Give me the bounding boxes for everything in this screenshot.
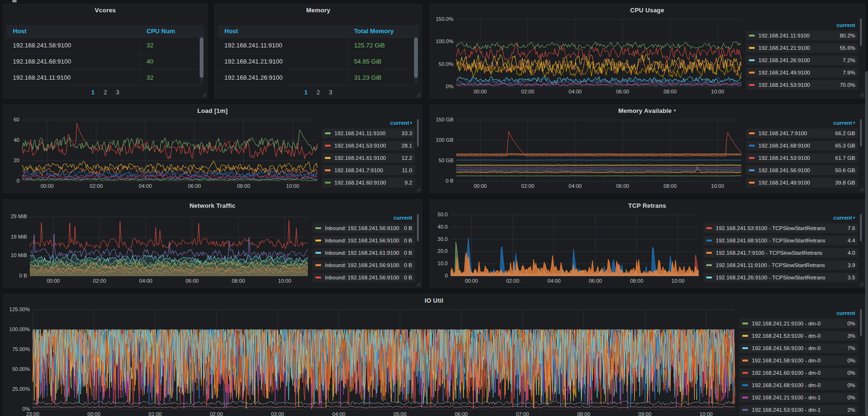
panel-title[interactable]: Network Traffic xyxy=(3,200,422,211)
legend-item[interactable]: 192.168.241.53:9100 - dm-12% xyxy=(739,405,858,415)
legend-item[interactable]: 192.168.241.49:910039.8 GB xyxy=(746,178,858,187)
page-button-1[interactable]: 1 xyxy=(305,89,308,96)
page-button-2[interactable]: 2 xyxy=(104,89,107,96)
legend-item[interactable]: 192.168.241.11:9100 - TCPSlowStartRetran… xyxy=(703,260,858,270)
legend-item[interactable]: Inbound: 192.168.241.56:91000 B xyxy=(313,223,415,233)
y-axis-label: 100.0% xyxy=(436,38,453,44)
legend-current-header[interactable]: current xyxy=(313,213,415,222)
x-axis-label: 08:00 xyxy=(659,89,682,94)
page-scrollbar[interactable] xyxy=(865,71,868,416)
legend-item[interactable]: Inbound: 192.168.241.56:91000 B xyxy=(313,273,415,282)
legend-item[interactable]: Inbound: 192.168.241.61:91000 B xyxy=(313,248,415,258)
chart-plot-region[interactable]: 0%50.0%100.0%150.0%00:0002:0004:0006:000… xyxy=(432,16,745,96)
legend-item[interactable]: 192.168.241.11:910033.3 xyxy=(322,129,415,138)
legend-item[interactable]: 192.168.241.11:910080.2% xyxy=(746,31,858,40)
table-row[interactable]: 192.168.241.21:910054.85 GiB xyxy=(218,54,419,70)
column-header-host[interactable]: Host xyxy=(6,28,139,35)
page-button-2[interactable]: 2 xyxy=(317,89,320,96)
page-button-3[interactable]: 3 xyxy=(116,89,119,96)
legend-item[interactable]: 192.168.241.68:9100 - dm-00% xyxy=(739,380,858,390)
legend-item[interactable]: 192.168.241.60:91009.2 xyxy=(322,178,415,187)
table-scrollbar-thumb[interactable] xyxy=(200,37,203,78)
legend-item[interactable]: 192.168.241.7:910066.2 GB xyxy=(746,129,858,138)
legend-current-header[interactable]: current▾ xyxy=(703,213,858,222)
table-column-divider xyxy=(140,25,140,85)
y-axis-label: 50.0% xyxy=(439,61,453,67)
page-button-1[interactable]: 1 xyxy=(92,89,95,96)
panel-title[interactable]: Load [1m] xyxy=(3,105,422,116)
legend-scrollbar[interactable] xyxy=(860,119,862,147)
legend-item[interactable]: 192.168.241.56:9100 - dm-07% xyxy=(739,343,858,353)
chart-plot-region[interactable]: 020406000:0002:0004:0006:0008:0010:00 xyxy=(5,116,321,191)
legend-item[interactable]: 192.168.241.7:9100 - TCPSlowStartRetrans… xyxy=(703,248,858,258)
panel-title[interactable]: Memory Available▾ xyxy=(430,105,865,116)
legend-item[interactable]: 192.168.241.58:9100 - dm-00% xyxy=(739,356,858,365)
column-header-value[interactable]: CPU Num xyxy=(139,28,204,35)
legend-item[interactable]: 192.168.241.7:910011.0 xyxy=(322,166,415,175)
legend-item[interactable]: 192.168.241.53:9100 - TCPSlowStartRetran… xyxy=(703,223,858,233)
chart-plot-region[interactable]: 0%25.00%50.00%75.00%100.00%125.00%23:000… xyxy=(5,306,739,416)
legend-item[interactable]: 192.168.241.21:910055.6% xyxy=(746,43,858,53)
series-name: 192.168.241.26:9100 xyxy=(758,57,838,63)
series-line xyxy=(456,44,741,60)
legend-item[interactable]: 192.168.241.56:910050.6 GB xyxy=(746,166,858,175)
table-row[interactable]: 192.168.241.26:910031.23 GiB xyxy=(218,70,419,86)
panel-title[interactable]: CPU Usage xyxy=(430,4,865,16)
legend-current-header[interactable]: current xyxy=(739,309,858,317)
legend-item[interactable]: 192.168.241.49:91007.9% xyxy=(746,68,858,77)
chart-canvas[interactable] xyxy=(432,211,702,286)
legend-scrollbar[interactable] xyxy=(860,214,862,241)
chart-plot-region[interactable]: 0 B10 MiB19 MiB29 MiB00:0002:0004:0006:0… xyxy=(5,211,312,286)
panel-vcores: VcoresHostCPU Num192.168.241.58:91003219… xyxy=(3,4,208,99)
legend-current-header[interactable]: current▾ xyxy=(322,119,415,127)
panel-content: 0 B10 MiB19 MiB29 MiB00:0002:0004:0006:0… xyxy=(5,211,420,286)
panel-title[interactable]: Memory xyxy=(215,4,422,16)
table-scrollbar-thumb[interactable] xyxy=(414,37,418,78)
legend-item[interactable]: Inbound: 192.168.241.56:91000 B xyxy=(313,260,415,270)
legend-item[interactable]: 192.168.241.53:910070.0% xyxy=(746,80,858,90)
table-row[interactable]: 192.168.241.68:910040 xyxy=(6,54,204,70)
legend-item[interactable]: 192.168.241.53:910028.1 xyxy=(322,141,415,150)
page-button-3[interactable]: 3 xyxy=(329,89,332,96)
legend-item[interactable]: 192.168.241.53:910061.7 GB xyxy=(746,153,858,163)
legend-item[interactable]: 192.168.241.26:91007.2% xyxy=(746,55,858,65)
legend-scrollbar[interactable] xyxy=(417,214,419,241)
table-row[interactable]: 192.168.241.11:910032 xyxy=(6,70,204,86)
legend-item[interactable]: 192.168.241.61:910012.2 xyxy=(322,153,415,163)
y-axis-label: 150.0% xyxy=(436,16,453,22)
chart-canvas[interactable] xyxy=(5,306,739,416)
legend-scrollbar[interactable] xyxy=(860,18,862,46)
table-row[interactable]: 192.168.241.58:910032 xyxy=(6,37,204,54)
legend-item[interactable]: 192.168.241.68:910065.3 GB xyxy=(746,141,858,150)
legend-scrollbar[interactable] xyxy=(860,309,862,336)
table-scrollbar[interactable] xyxy=(414,37,418,84)
chart-canvas[interactable] xyxy=(432,16,745,96)
chart-canvas[interactable] xyxy=(5,211,312,286)
legend-scrollbar[interactable] xyxy=(417,119,419,147)
legend-item[interactable]: 192.168.241.68:9100 - TCPSlowStartRetran… xyxy=(703,236,858,245)
legend-item[interactable]: 192.168.241.21:9100 - dm-10% xyxy=(739,393,858,402)
column-header-value[interactable]: Total Memory xyxy=(346,28,419,35)
y-axis-label: 0 xyxy=(445,273,448,278)
legend-current-header[interactable]: current xyxy=(746,21,858,29)
legend-item[interactable]: 192.168.241.60:9100 - dm-00% xyxy=(739,368,858,378)
chart-plot-region[interactable]: 010.020.030.040.050.000:0002:0004:0006:0… xyxy=(432,211,702,286)
legend-item[interactable]: 192.168.241.26:9100 - TCPSlowStartRetran… xyxy=(703,273,858,282)
legend-item[interactable]: 192.168.241.53:9100 - dm-03% xyxy=(739,331,858,341)
chart-plot-region[interactable]: 0 B50 GB100 GB150 GB00:0002:0004:0006:00… xyxy=(432,116,745,191)
panel-title[interactable]: Vcores xyxy=(3,4,207,16)
chart-canvas[interactable] xyxy=(5,116,321,191)
legend-item[interactable]: 192.168.241.21:9100 - dm-00% xyxy=(739,319,858,328)
legend-item[interactable]: Inbound: 192.168.241.56:91000 B xyxy=(313,236,415,245)
legend-current-header[interactable]: current▾ xyxy=(746,119,858,127)
panel-title[interactable]: IO Util xyxy=(3,295,865,306)
panel-title[interactable]: TCP Retrans xyxy=(430,200,865,211)
series-current-value: 0% xyxy=(847,321,855,326)
table-scrollbar[interactable] xyxy=(200,37,203,84)
chart-canvas[interactable] xyxy=(432,116,745,191)
series-name: 192.168.241.68:9100 - dm-0 xyxy=(752,382,842,388)
series-current-value: 0 B xyxy=(404,250,412,256)
column-header-host[interactable]: Host xyxy=(218,28,346,35)
y-axis-label: 60 xyxy=(14,117,19,122)
table-row[interactable]: 192.168.241.11:9100125.72 GiB xyxy=(218,37,419,54)
